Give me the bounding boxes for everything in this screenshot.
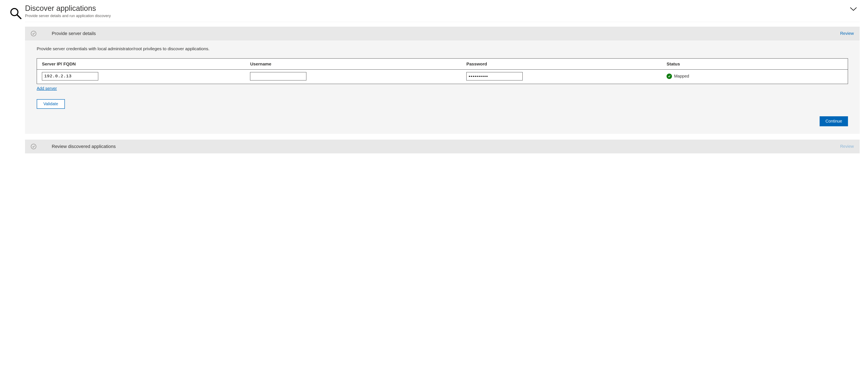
header-divider	[25, 22, 860, 22]
page-subtitle: Provide server details and run applicati…	[25, 14, 111, 18]
continue-button[interactable]: Continue	[819, 116, 848, 126]
section1-review-link[interactable]: Review	[840, 31, 854, 36]
section-review-discovered-header[interactable]: Review discovered applications Review	[25, 140, 860, 153]
col-header-status: Status	[666, 62, 843, 66]
page-title: Discover applications	[25, 4, 111, 12]
section1-description: Provide server credentials with local ad…	[37, 46, 848, 51]
section1-title: Provide server details	[52, 31, 840, 36]
section-provide-server-details-header: Provide server details Review	[25, 27, 860, 40]
server-password-input[interactable]	[466, 72, 523, 80]
search-icon	[9, 7, 22, 21]
col-header-username: Username	[250, 62, 466, 66]
col-header-ip: Server IP/ FQDN	[42, 62, 250, 66]
server-ip-input[interactable]	[42, 72, 98, 80]
server-table-header: Server IP/ FQDN Username Password Status	[37, 59, 848, 70]
server-status-label: Mapped	[674, 74, 689, 78]
section-provide-server-details-body: Provide server credentials with local ad…	[25, 40, 860, 134]
server-table: Server IP/ FQDN Username Password Status	[37, 58, 848, 84]
validate-button[interactable]: Validate	[37, 99, 65, 109]
svg-line-1	[17, 15, 21, 19]
server-username-input[interactable]	[250, 72, 306, 80]
section2-title: Review discovered applications	[52, 144, 840, 149]
step-pending-icon	[31, 144, 36, 149]
server-table-row: Mapped	[37, 70, 848, 84]
col-header-password: Password	[466, 62, 666, 66]
status-success-icon	[666, 73, 672, 79]
collapse-chevron-icon[interactable]	[850, 4, 858, 12]
section2-review-link[interactable]: Review	[840, 144, 854, 149]
add-server-link[interactable]: Add server	[37, 86, 57, 91]
step-complete-icon	[31, 31, 36, 36]
